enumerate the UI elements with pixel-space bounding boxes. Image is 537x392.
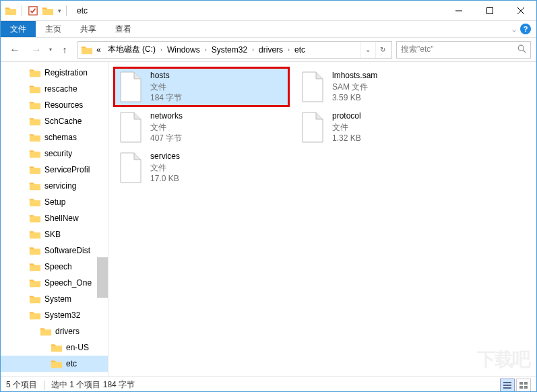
folder-icon — [29, 245, 41, 256]
tab-view[interactable]: 查看 — [106, 21, 141, 37]
watermark: 下载吧 — [477, 347, 530, 372]
folder-icon — [29, 294, 41, 304]
history-dropdown-icon[interactable]: ▾ — [49, 46, 52, 53]
tab-share[interactable]: 共享 — [71, 21, 106, 37]
tree-item-setup[interactable]: Setup — [1, 194, 108, 210]
tab-file[interactable]: 文件 — [1, 21, 36, 37]
file-size: 407 字节 — [150, 133, 183, 144]
breadcrumb-prefix[interactable]: « — [93, 45, 104, 55]
file-name: hosts — [150, 70, 182, 81]
tree-item-speechone[interactable]: Speech_One — [1, 275, 108, 291]
help-icon[interactable]: ? — [520, 24, 531, 34]
tree-item-label: SKB — [44, 230, 61, 239]
status-selection: 选中 1 个项目 — [51, 379, 100, 391]
tab-home[interactable]: 主页 — [36, 21, 71, 37]
search-input[interactable]: 搜索"etc" — [396, 41, 531, 59]
chevron-right-icon[interactable]: › — [251, 46, 255, 53]
file-type: SAM 文件 — [332, 81, 377, 93]
close-button[interactable] — [505, 1, 536, 21]
svg-rect-5 — [519, 386, 523, 389]
tree-item-softwaredist[interactable]: SoftwareDist — [1, 242, 108, 259]
svg-rect-3 — [519, 382, 523, 385]
file-meta: services文件17.0 KB — [150, 151, 180, 185]
file-item-networks[interactable]: networks文件407 字节 — [114, 108, 289, 147]
tree-item-label: SchCache — [44, 117, 82, 126]
forward-button[interactable]: → — [28, 41, 45, 59]
tree-item-speech[interactable]: Speech — [1, 259, 108, 275]
quick-access-toolbar: ▾ etc — [1, 5, 88, 17]
maximize-button[interactable] — [474, 1, 505, 21]
tree-item-schemas[interactable]: schemas — [1, 129, 108, 145]
folder-icon — [29, 100, 41, 110]
chevron-right-icon[interactable]: › — [286, 46, 291, 53]
file-type: 文件 — [150, 81, 182, 93]
tree-item-resources[interactable]: Resources — [1, 97, 108, 113]
quick-folder-icon[interactable] — [42, 5, 54, 17]
file-item-lmhostssam[interactable]: lmhosts.samSAM 文件3.59 KB — [296, 67, 471, 106]
minimize-button[interactable] — [443, 1, 474, 21]
tree-item-label: System32 — [44, 311, 80, 320]
file-item-services[interactable]: services文件17.0 KB — [114, 148, 289, 187]
file-name: networks — [150, 110, 183, 122]
file-name: lmhosts.sam — [332, 70, 377, 81]
chevron-right-icon[interactable]: › — [203, 46, 208, 53]
tree-item-registration[interactable]: Registration — [1, 65, 108, 81]
address-dropdown-icon[interactable]: ⌄ — [360, 42, 374, 58]
file-icon — [298, 71, 327, 103]
file-meta: hosts文件184 字节 — [150, 70, 182, 104]
breadcrumb-segment[interactable]: Windows — [164, 45, 203, 55]
back-button[interactable]: ← — [6, 41, 24, 59]
breadcrumb-segment[interactable]: drivers — [255, 45, 286, 55]
status-bar: 5 个项目 选中 1 个项目 184 字节 — [1, 377, 536, 392]
file-meta: protocol文件1.32 KB — [332, 110, 361, 144]
ribbon-tabs: 文件 主页 共享 查看 ⌵ ? — [1, 21, 536, 38]
tree-item-servicing[interactable]: servicing — [1, 178, 108, 194]
details-view-button[interactable] — [500, 379, 515, 392]
refresh-icon[interactable]: ↻ — [375, 42, 389, 58]
tree-item-etc[interactable]: etc — [1, 356, 108, 372]
tree-item-label: ServiceProfil — [44, 165, 90, 174]
titlebar: ▾ etc — [1, 1, 536, 21]
qat-dropdown-icon[interactable]: ▾ — [58, 7, 61, 14]
file-item-protocol[interactable]: protocol文件1.32 KB — [296, 108, 471, 147]
folder-icon — [29, 116, 41, 127]
checkbox-properties-icon[interactable] — [27, 5, 39, 17]
address-bar[interactable]: « 本地磁盘 (C:) › Windows › System32 › drive… — [77, 41, 392, 59]
tree-item-system32[interactable]: System32 — [1, 307, 108, 323]
breadcrumb-segment[interactable]: etc — [291, 45, 309, 55]
breadcrumb-segment[interactable]: 本地磁盘 (C:) — [104, 44, 159, 55]
up-button[interactable]: ↑ — [56, 41, 73, 59]
folder-icon — [51, 358, 63, 369]
tree-item-drivers[interactable]: drivers — [1, 323, 108, 339]
tree-item-label: rescache — [44, 84, 77, 94]
svg-rect-6 — [524, 386, 528, 389]
tree-item-security[interactable]: security — [1, 145, 108, 162]
chevron-right-icon[interactable]: › — [159, 46, 164, 53]
separator — [66, 5, 67, 16]
tree-item-rescache[interactable]: rescache — [1, 81, 108, 97]
icons-view-button[interactable] — [516, 379, 531, 392]
file-type: 文件 — [150, 122, 183, 133]
scrollbar-thumb[interactable] — [97, 257, 108, 298]
navigation-tree[interactable]: RegistrationrescacheResourcesSchCachesch… — [1, 62, 108, 377]
tree-item-shellnew[interactable]: ShellNew — [1, 210, 108, 226]
tree-item-enus[interactable]: en-US — [1, 339, 108, 356]
search-icon[interactable] — [517, 44, 526, 55]
tree-item-schcache[interactable]: SchCache — [1, 113, 108, 129]
breadcrumb-segment[interactable]: System32 — [208, 45, 251, 55]
file-type: 文件 — [150, 162, 180, 174]
file-icon — [117, 71, 145, 103]
tree-item-skb[interactable]: SKB — [1, 226, 108, 242]
file-name: services — [150, 151, 180, 162]
navigation-bar: ← → ▾ ↑ « 本地磁盘 (C:) › Windows › System32… — [1, 38, 536, 62]
tree-item-label: SoftwareDist — [44, 246, 90, 255]
file-list-pane[interactable]: hosts文件184 字节lmhosts.samSAM 文件3.59 KBnet… — [108, 62, 536, 377]
tree-item-system[interactable]: System — [1, 291, 108, 307]
ribbon-expand-icon[interactable]: ⌵ — [512, 26, 516, 33]
folder-icon — [29, 181, 41, 191]
file-item-hosts[interactable]: hosts文件184 字节 — [114, 67, 289, 106]
file-icon — [298, 111, 327, 143]
tree-item-serviceprofil[interactable]: ServiceProfil — [1, 162, 108, 178]
tree-item-label: servicing — [44, 181, 76, 191]
status-size: 184 字节 — [103, 379, 135, 391]
